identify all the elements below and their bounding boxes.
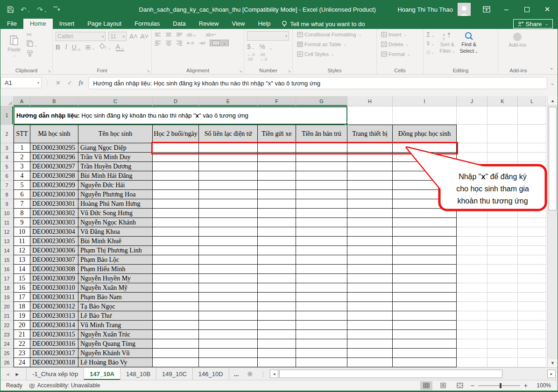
- ribbon-tab-page-layout[interactable]: Page Layout: [81, 19, 128, 29]
- column-header-D[interactable]: D: [153, 96, 199, 106]
- cell-E13[interactable]: [199, 237, 258, 246]
- cell-D13[interactable]: [153, 237, 199, 246]
- cell-I15[interactable]: [393, 255, 457, 265]
- row-header-22[interactable]: 22: [0, 321, 14, 330]
- sort-filter-button[interactable]: AZ Sort & Filter⌄: [437, 31, 457, 55]
- column-header-H[interactable]: H: [347, 96, 393, 106]
- stt-cell[interactable]: 11: [14, 237, 30, 246]
- stt-cell[interactable]: 2: [14, 153, 30, 162]
- cell-H20[interactable]: [347, 302, 393, 311]
- sheet-tab-147_10A[interactable]: 147_10A: [84, 368, 120, 380]
- cell-K14[interactable]: [487, 246, 518, 255]
- cell-H16[interactable]: [347, 265, 393, 274]
- cell-D11[interactable]: [153, 218, 199, 227]
- stt-cell[interactable]: 23: [14, 349, 30, 358]
- row-header-9[interactable]: 9: [0, 199, 14, 209]
- zoom-level[interactable]: 100%: [532, 382, 551, 389]
- grow-font-button[interactable]: A˄: [129, 33, 138, 40]
- cell-F8[interactable]: [258, 190, 296, 199]
- row-header-16[interactable]: 16: [0, 265, 14, 274]
- cell-E9[interactable]: [199, 199, 258, 209]
- cell-J19[interactable]: [457, 293, 487, 302]
- expand-formula-bar-icon[interactable]: ⌄: [547, 77, 558, 89]
- cell-F16[interactable]: [258, 265, 296, 274]
- cell-L24[interactable]: [518, 339, 546, 349]
- row-header-20[interactable]: 20: [0, 302, 14, 311]
- row-header-15[interactable]: 15: [0, 255, 14, 265]
- cell-K1[interactable]: [487, 106, 518, 125]
- stt-cell[interactable]: 13: [14, 255, 30, 265]
- cell-G26[interactable]: [296, 358, 347, 367]
- cell-G12[interactable]: [296, 227, 347, 237]
- student-name-cell[interactable]: Nguyễn Đức Hải: [78, 181, 153, 190]
- cell-L21[interactable]: [518, 311, 546, 321]
- cell-L5[interactable]: [518, 162, 546, 171]
- cell-E22[interactable]: [199, 321, 258, 330]
- cell-G6[interactable]: [296, 171, 347, 181]
- cell-E23[interactable]: [199, 330, 258, 339]
- student-code-cell[interactable]: DEO002300298: [30, 171, 78, 181]
- cell-F12[interactable]: [258, 227, 296, 237]
- formula-input[interactable]: Hướng dẫn nhập liệu: Học sinh đăng ký kh…: [89, 77, 547, 89]
- student-code-cell[interactable]: DEO002300315: [30, 330, 78, 339]
- cell-E10[interactable]: [199, 209, 258, 218]
- cell-F22[interactable]: [258, 321, 296, 330]
- cell-K10[interactable]: [487, 209, 518, 218]
- cut-icon[interactable]: ✂: [27, 31, 37, 38]
- student-code-cell[interactable]: DEO002300309: [30, 274, 78, 283]
- merge-center-button[interactable]: ⌄: [210, 40, 229, 46]
- student-code-cell[interactable]: DEO002300306: [30, 246, 78, 255]
- cell-I18[interactable]: [393, 283, 457, 293]
- cell-F5[interactable]: [258, 162, 296, 171]
- avatar[interactable]: [458, 3, 471, 16]
- tell-me-box[interactable]: Tell me what you want to do: [277, 19, 369, 29]
- student-code-cell[interactable]: DEO002300296: [30, 153, 78, 162]
- cell-H9[interactable]: [347, 199, 393, 209]
- format-as-table-button[interactable]: Format as Table⌄: [296, 41, 374, 48]
- cell-I23[interactable]: [393, 330, 457, 339]
- cell-H26[interactable]: [347, 358, 393, 367]
- cell-L13[interactable]: [518, 237, 546, 246]
- student-name-cell[interactable]: Phạm Bảo Lộc: [78, 255, 153, 265]
- cell-K4[interactable]: [487, 153, 518, 162]
- cell-J15[interactable]: [457, 255, 487, 265]
- insert-cells-button[interactable]: Insert⌄: [380, 31, 420, 38]
- comma-style-button[interactable]: ,: [270, 43, 272, 50]
- cell-H22[interactable]: [347, 321, 393, 330]
- student-code-cell[interactable]: DEO002300317: [30, 349, 78, 358]
- cell-H5[interactable]: [347, 162, 393, 171]
- cell-F20[interactable]: [258, 302, 296, 311]
- underline-button[interactable]: U⌄: [72, 43, 81, 51]
- page-layout-view-button[interactable]: [437, 381, 449, 390]
- cell-D10[interactable]: [153, 209, 199, 218]
- zoom-out-icon[interactable]: −: [471, 382, 474, 389]
- cell-G9[interactable]: [296, 199, 347, 209]
- cell-K5[interactable]: [487, 162, 518, 171]
- column-header-L[interactable]: L: [518, 96, 546, 106]
- column-header-E[interactable]: E: [199, 96, 258, 106]
- cell-E15[interactable]: [199, 255, 258, 265]
- cell-D19[interactable]: [153, 293, 199, 302]
- clear-button[interactable]: ◇⌄: [426, 49, 434, 55]
- cell-F19[interactable]: [258, 293, 296, 302]
- cell-H12[interactable]: [347, 227, 393, 237]
- vertical-scroll-thumb[interactable]: [549, 107, 557, 210]
- cancel-entry-icon[interactable]: ✕: [56, 79, 61, 86]
- cell-D8[interactable]: [153, 190, 199, 199]
- delete-cells-button[interactable]: Delete⌄: [380, 41, 420, 48]
- cell-L26[interactable]: [518, 358, 546, 367]
- cell-E24[interactable]: [199, 339, 258, 349]
- cell-F21[interactable]: [258, 311, 296, 321]
- cell-E20[interactable]: [199, 302, 258, 311]
- cell-I5[interactable]: [393, 162, 457, 171]
- format-painter-button[interactable]: [27, 50, 37, 59]
- cell-L25[interactable]: [518, 349, 546, 358]
- close-button[interactable]: ✕: [537, 0, 558, 19]
- cell-I14[interactable]: [393, 246, 457, 255]
- customize-qat-button[interactable]: ▔▾: [54, 7, 60, 12]
- row-header-21[interactable]: 21: [0, 311, 14, 321]
- cell-G13[interactable]: [296, 237, 347, 246]
- cell-L18[interactable]: [518, 283, 546, 293]
- ribbon-tab-home[interactable]: Home: [23, 19, 53, 29]
- cell-G19[interactable]: [296, 293, 347, 302]
